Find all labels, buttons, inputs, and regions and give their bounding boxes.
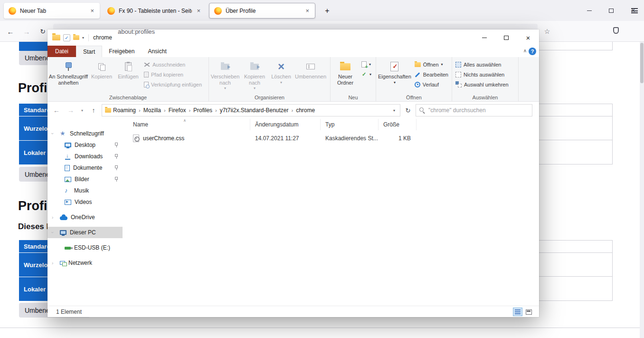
history-button[interactable]: Verlauf (412, 79, 451, 89)
window-maximize-button[interactable] (495, 29, 517, 46)
copy-to-button[interactable]: Kopieren nach ▾ (240, 58, 269, 93)
window-maximize-button[interactable] (600, 0, 622, 21)
breadcrumb-item[interactable]: chrome (295, 107, 316, 114)
bookmark-star-icon[interactable]: ☆ (540, 25, 554, 38)
breadcrumb-separator-icon[interactable]: › (188, 107, 191, 113)
up-button[interactable]: ↑ (87, 104, 100, 116)
new-tab-button[interactable]: + (321, 5, 333, 17)
search-box[interactable] (416, 104, 532, 116)
breadcrumb-separator-icon[interactable]: › (163, 107, 167, 113)
file-row[interactable]: userChrome.css 14.07.2021 11:27 Kaskadie… (123, 133, 539, 144)
sidebar-item-bilder[interactable]: Bilder (47, 174, 123, 185)
quick-access-properties-icon[interactable]: ✓ (63, 34, 70, 41)
breadcrumb-item[interactable]: y7t7ii2x.Standard-Benutzer (219, 107, 290, 114)
breadcrumb-separator-icon[interactable]: › (138, 107, 142, 113)
breadcrumb-separator-icon[interactable]: › (214, 107, 218, 113)
breadcrumb-item[interactable]: Roaming (112, 107, 137, 114)
tab-ueber-profile[interactable]: Über Profile × (209, 3, 315, 19)
ribbon-tab-datei[interactable]: Datei (47, 46, 76, 57)
sidebar-item-downloads[interactable]: Downloads (47, 151, 123, 162)
shield-icon[interactable] (613, 27, 619, 34)
address-breadcrumb-bar[interactable]: Roaming › Mozilla › Firefox › Profiles ›… (102, 104, 400, 116)
ribbon-tab-ansicht[interactable]: Ansicht (141, 46, 173, 57)
back-button[interactable]: ← (4, 25, 17, 38)
properties-button[interactable]: Eigenschaften ▾ (377, 58, 412, 93)
select-all-button[interactable]: Alles auswählen (453, 59, 511, 69)
tab-neuer-tab[interactable]: Neuer Tab × (4, 3, 100, 19)
thumbnail-view-button[interactable] (524, 308, 533, 316)
recent-locations-caret-icon[interactable]: ▾ (79, 104, 85, 116)
tab-close-icon[interactable]: × (196, 7, 201, 14)
column-header-name[interactable]: Name (123, 119, 250, 130)
paste-button[interactable]: Einfügen (115, 58, 142, 93)
pin-to-quick-access-button[interactable]: An Schnellzugriff anheften (48, 58, 88, 93)
sort-ascending-icon[interactable]: ∧ (183, 118, 186, 123)
select-none-button[interactable]: Nichts auswählen (453, 69, 511, 79)
invert-selection-button[interactable]: Auswahl umkehren (453, 79, 511, 89)
window-minimize-button[interactable] (578, 0, 600, 21)
firefox-favicon (214, 7, 222, 15)
delete-button[interactable]: × Löschen ▾ (269, 58, 294, 93)
breadcrumb-separator-icon[interactable]: › (291, 107, 294, 113)
column-header-size[interactable]: Größe (379, 119, 417, 130)
sidebar-item-netzwerk[interactable]: › Netzwerk (47, 257, 123, 269)
details-view-button[interactable] (513, 308, 522, 316)
quick-access-new-folder-icon[interactable] (73, 35, 79, 40)
search-input[interactable] (428, 107, 529, 114)
tab-close-icon[interactable]: × (304, 7, 310, 14)
collapse-ribbon-icon[interactable]: ∧ (523, 48, 527, 53)
sidebar-item-videos[interactable]: Videos (47, 196, 123, 208)
column-header-modified[interactable]: Änderungsdatum (250, 119, 321, 130)
url-text[interactable]: about:profiles (118, 28, 155, 35)
sidebar-item-dokumente[interactable]: Dokumente (47, 162, 123, 174)
onedrive-cloud-icon (60, 216, 67, 220)
search-icon (419, 107, 425, 113)
sidebar-item-dieser-pc[interactable]: › Dieser PC (47, 227, 123, 238)
sidebar-item-onedrive[interactable]: › OneDrive (47, 212, 123, 223)
chevron-right-icon[interactable]: › (52, 261, 53, 266)
page-scrollbar[interactable] (640, 42, 644, 338)
edit-button[interactable]: Bearbeiten (412, 69, 451, 79)
sidebar-item-label: Dieser PC (70, 229, 96, 236)
sidebar-item-schnellzugriff[interactable]: › Schnellzugriff (47, 128, 123, 139)
chevron-down-icon: ▾ (280, 80, 282, 85)
chevron-expanded-icon[interactable]: › (50, 133, 55, 134)
window-minimize-button[interactable] (474, 29, 495, 46)
new-folder-button[interactable]: Neuer Ordner (331, 58, 359, 93)
new-item-button[interactable]: ▾ (359, 59, 374, 69)
address-dropdown-caret-icon[interactable]: ▾ (391, 108, 397, 113)
breadcrumb-item[interactable]: Profiles (192, 107, 213, 114)
refresh-button[interactable]: ↻ (402, 105, 414, 116)
rename-button[interactable]: Umbenennen (294, 58, 328, 93)
quick-access-toolbar-caret-icon[interactable]: ▾ (82, 36, 84, 40)
tab-fx90-tableiste[interactable]: Fx 90 - Tableiste unten - Seite 1 × (103, 3, 206, 19)
ribbon-tab-start[interactable]: Start (76, 46, 102, 57)
breadcrumb-item[interactable]: Firefox (168, 107, 187, 114)
help-icon[interactable]: ? (529, 48, 536, 55)
cut-button[interactable]: Ausschneiden (142, 59, 204, 69)
sidebar-item-musik[interactable]: Musik (47, 185, 123, 196)
ribbon-tab-freigeben[interactable]: Freigeben (102, 46, 141, 57)
ribbon-group-label: Organisieren (209, 95, 330, 100)
easy-access-button[interactable]: ▾ (359, 69, 374, 79)
copy-path-button[interactable]: Pfad kopieren (142, 69, 204, 79)
paste-shortcut-button[interactable]: Verknüpfung einfügen (142, 79, 204, 89)
sidebar-item-esd-usb[interactable]: ESD-USB (E:) (47, 242, 123, 253)
breadcrumb-item[interactable]: Mozilla (142, 107, 162, 114)
forward-button[interactable]: → (65, 104, 77, 116)
scrollbar-thumb[interactable] (640, 43, 644, 83)
menu-button[interactable] (628, 4, 641, 17)
copy-button[interactable]: Kopieren (88, 58, 115, 93)
separator (88, 34, 89, 41)
column-header-type[interactable]: Typ (321, 119, 379, 130)
open-button[interactable]: Öffnen ▾ (412, 59, 451, 69)
chevron-expanded-icon[interactable]: › (50, 232, 55, 233)
chevron-right-icon[interactable]: › (52, 215, 53, 220)
firefox-tab-bar: Neuer Tab × Fx 90 - Tableiste unten - Se… (0, 0, 644, 21)
forward-button[interactable]: → (20, 25, 33, 38)
move-to-button[interactable]: Verschieben nach ▾ (210, 58, 240, 93)
back-button[interactable]: ← (50, 104, 63, 116)
window-close-button[interactable]: × (517, 29, 539, 46)
tab-close-icon[interactable]: × (89, 7, 95, 14)
sidebar-item-desktop[interactable]: Desktop (47, 139, 123, 151)
